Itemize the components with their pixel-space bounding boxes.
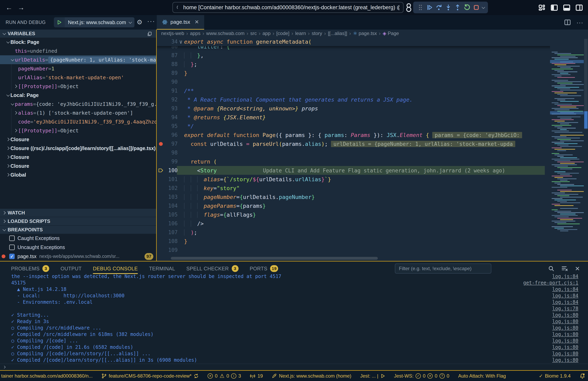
step-out-button[interactable] <box>454 4 461 11</box>
breadcrumb-item[interactable]: app <box>262 31 271 36</box>
breadcrumb-item[interactable]: apps <box>190 31 200 36</box>
copy-icon[interactable] <box>147 31 152 37</box>
variable-row[interactable]: Block: Page <box>0 38 156 46</box>
source-link[interactable]: log.js:78 <box>552 306 588 311</box>
code-line[interactable]: 106 /> <box>157 219 588 228</box>
variable-row[interactable]: Closure <box>0 153 156 161</box>
code-line[interactable]: 90 <box>157 77 588 86</box>
code-line[interactable]: 89} <box>157 68 588 77</box>
toggle-sidebar-icon[interactable] <box>550 4 558 12</box>
source-link[interactable]: log.js:80 <box>552 332 588 337</box>
checkbox-unchecked[interactable] <box>9 245 15 250</box>
checkbox-checked[interactable]: ✓ <box>9 254 15 259</box>
breadcrumb-item[interactable]: ⚛ page.tsx <box>353 31 377 36</box>
code-line[interactable]: 34∨export async function generateMetadat… <box>157 37 312 46</box>
continue-button[interactable] <box>426 4 433 11</box>
variable-row[interactable]: [[Prototype]] = Object <box>0 126 156 135</box>
sticky-scroll-line[interactable]: 34∨export async function generateMetadat… <box>157 37 584 46</box>
panel-tab-debug-console[interactable]: DEBUG CONSOLE <box>93 262 138 276</box>
variable-row[interactable]: [[Prototype]] = Object <box>0 82 156 91</box>
breadcrumb-item[interactable]: learn <box>295 31 306 36</box>
close-icon[interactable]: ✕ <box>194 19 199 25</box>
section-loaded-scripts[interactable]: LOADED SCRIPTS <box>0 217 156 225</box>
search-icon[interactable] <box>548 265 554 272</box>
console-prompt[interactable] <box>0 364 588 370</box>
source-link[interactable]: log.js:80 <box>552 357 588 363</box>
source-link[interactable]: log.js:84 <box>552 299 588 305</box>
breakpoint-caught-exceptions[interactable]: Caught Exceptions <box>0 234 156 243</box>
code-editor[interactable]: 86 twitter: {87 },88 };89}9091/**92 * A … <box>157 37 588 261</box>
variable-row[interactable]: alias = (1) ['stock-market-update-open'] <box>0 109 156 117</box>
source-link[interactable]: log.js:80 <box>552 351 588 357</box>
variable-row[interactable]: Closure ((rsc)/./src/app/[code]/learn/st… <box>0 144 156 153</box>
code-line[interactable]: 88 }; <box>157 60 588 68</box>
config-dropdown[interactable]: Next.js: www.schwab.com <box>65 17 134 27</box>
ports-item[interactable]: 19 <box>250 373 263 379</box>
stop-button[interactable] <box>473 4 480 11</box>
code-line[interactable]: 92 * A React Functional Component that g… <box>157 95 588 104</box>
breadcrumb-item[interactable]: story <box>312 31 322 36</box>
breadcrumb-item[interactable]: ◈ Page <box>383 31 399 36</box>
code-line[interactable]: 101 alias={`/story/${urlDetails.urlAlias… <box>157 175 588 184</box>
panel-tab-spell-checker[interactable]: SPELL CHECKER3 <box>186 262 238 276</box>
section-breakpoints[interactable]: BREAKPOINTS <box>0 225 156 234</box>
breakpoint-dot-icon[interactable] <box>157 142 165 146</box>
more-actions-icon[interactable]: ··· <box>147 17 155 25</box>
customize-layout-icon[interactable] <box>538 4 546 11</box>
panel-tab-ports[interactable]: PORTS19 <box>250 262 278 276</box>
variable-row[interactable]: Closure <box>0 135 156 144</box>
breakpoint-page-tsx[interactable]: ✓ page.tsx nextjs-web/apps/www.schwab.co… <box>0 252 156 261</box>
code-line[interactable]: 99 return ( <box>157 157 588 166</box>
drag-grip-icon[interactable] <box>417 4 424 11</box>
variable-row[interactable]: urlAlias = 'stock-market-update-open' <box>0 73 156 82</box>
step-into-button[interactable] <box>445 4 452 11</box>
close-panel-icon[interactable]: ✕ <box>575 265 580 272</box>
notifications-item[interactable] <box>580 373 585 379</box>
breakpoint-uncaught-exceptions[interactable]: Uncaught Exceptions <box>0 243 156 252</box>
variable-row[interactable]: this = undefined <box>0 46 156 55</box>
gear-icon[interactable]: ⚙ <box>137 18 143 26</box>
auto-attach-item[interactable]: Auto Attach: With Flag <box>458 373 506 379</box>
source-link[interactable]: log.js:80 <box>552 319 588 324</box>
variable-row[interactable]: params = {code: 'eyJhbGciOiJIUzI1NiJ9._f… <box>0 100 156 109</box>
panel-tab-output[interactable]: OUTPUT <box>61 262 82 276</box>
overview-ruler[interactable] <box>584 37 588 261</box>
split-editor-icon[interactable] <box>564 19 571 26</box>
breadcrumb-item[interactable]: www.schwab.com <box>206 31 245 36</box>
breadcrumb-item[interactable]: [code] <box>276 31 289 36</box>
panel-tab-problems[interactable]: PROBLEMS3 <box>11 262 49 276</box>
variable-row[interactable]: Global <box>0 170 156 179</box>
code-line[interactable]: 103 pageNumber={urlDetails.pageNumber} <box>157 193 588 201</box>
current-line-marker-icon[interactable] <box>157 169 165 172</box>
code-line[interactable]: 93 * @param {Record<string, unknown>} pr… <box>157 104 588 113</box>
source-link[interactable]: log.js:84 <box>552 293 588 298</box>
variable-row[interactable]: pageNumber = 1 <box>0 64 156 73</box>
restart-button[interactable] <box>463 4 470 11</box>
panel-tab-terminal[interactable]: TERMINAL <box>149 262 175 276</box>
filter-input[interactable] <box>395 264 491 274</box>
forward-icon[interactable]: → <box>18 4 24 11</box>
checkbox-unchecked[interactable] <box>9 236 15 241</box>
source-link[interactable]: log.js:80 <box>552 344 588 350</box>
remote-indicator[interactable]: tainer harbor.schwab.com/ad00008360/n... <box>1 373 93 379</box>
code-line[interactable]: 108} <box>157 237 588 246</box>
git-branch-item[interactable]: feature/CMS-68706-repo-code-review* <box>102 373 199 379</box>
breadcrumb-item[interactable]: src <box>250 31 257 36</box>
horizontal-scrollbar[interactable] <box>171 257 378 260</box>
console-filter[interactable] <box>395 264 491 274</box>
source-link[interactable]: log.js:80 <box>552 325 588 331</box>
jest-ws-item[interactable]: Jest-WS: ✓ 0 ✕ 0 ? 0 <box>394 373 449 379</box>
step-over-button[interactable] <box>436 4 443 11</box>
clear-console-icon[interactable] <box>561 266 568 271</box>
debug-target-item[interactable]: Next.js: www.schwab.com (home) <box>272 373 351 379</box>
code-line[interactable]: 104 pageParams={params} <box>157 201 588 210</box>
problems-item[interactable]: ✕ 0 ⚠ 0 i 3 <box>208 373 241 379</box>
variable-row[interactable]: urlDetails = {pageNumber: 1, urlAlias: '… <box>0 55 156 64</box>
toggle-secondary-sidebar-icon[interactable] <box>575 4 583 12</box>
variable-row[interactable]: code = 'eyJhbGciOiJIUzI1NiJ9._f39_f39_g.… <box>0 117 156 126</box>
source-link[interactable]: log.js:80 <box>552 312 588 318</box>
start-debug-button[interactable] <box>54 17 65 27</box>
code-line[interactable]: 107 ); <box>157 228 588 237</box>
variable-row[interactable]: Local: Page <box>0 91 156 100</box>
code-line[interactable]: 95 */ <box>157 122 588 131</box>
